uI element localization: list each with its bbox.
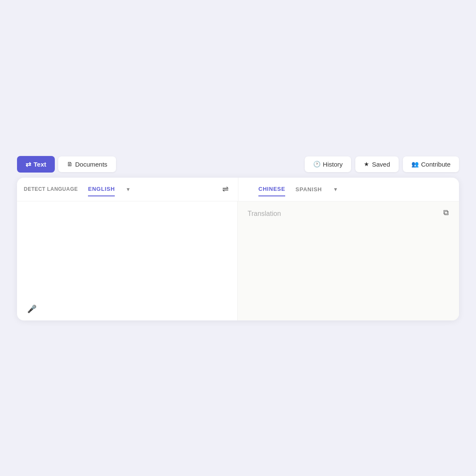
contribute-button[interactable]: 👥 Contribute bbox=[403, 156, 459, 172]
document-icon: 🗎 bbox=[67, 161, 73, 167]
documents-tab-button[interactable]: 🗎 Documents bbox=[58, 156, 116, 172]
target-lang-bar: CHINESE SPANISH ▾ bbox=[233, 182, 452, 196]
saved-button[interactable]: ★ Saved bbox=[355, 156, 399, 172]
documents-tab-label: Documents bbox=[75, 161, 108, 168]
nav-left: ⇄ Text 🗎 Documents bbox=[17, 156, 116, 173]
swap-languages-button[interactable]: ⇌ bbox=[218, 181, 233, 197]
source-panel-icons: 🎤 bbox=[27, 304, 229, 314]
swap-icon: ⇌ bbox=[222, 184, 229, 194]
copy-icon[interactable]: ⧉ bbox=[443, 208, 449, 217]
target-panel: ⧉ Translation bbox=[238, 201, 459, 320]
history-button[interactable]: 🕐 History bbox=[305, 156, 351, 172]
translation-output: Translation bbox=[248, 208, 449, 219]
chevron-down-icon-right: ▾ bbox=[334, 186, 337, 193]
detect-language-option[interactable]: DETECT LANGUAGE bbox=[24, 183, 78, 196]
history-label: History bbox=[323, 161, 343, 168]
target-lang-dropdown[interactable]: ▾ bbox=[332, 184, 339, 194]
text-tab-label: Text bbox=[34, 161, 46, 168]
saved-label: Saved bbox=[372, 161, 390, 168]
chevron-down-icon: ▾ bbox=[127, 186, 130, 193]
lang-bar-divider bbox=[238, 178, 238, 201]
language-bar: DETECT LANGUAGE ENGLISH ▾ ⇌ CHINESE SPAN… bbox=[17, 178, 459, 201]
source-lang-dropdown[interactable]: ▾ bbox=[125, 184, 131, 194]
english-lang-tab[interactable]: ENGLISH bbox=[88, 182, 115, 196]
star-icon: ★ bbox=[364, 161, 369, 167]
microphone-icon[interactable]: 🎤 bbox=[27, 304, 37, 314]
translation-panels: 🎤 ⧉ Translation bbox=[17, 201, 459, 320]
contribute-label: Contribute bbox=[421, 161, 450, 168]
source-lang-bar: DETECT LANGUAGE ENGLISH ▾ bbox=[24, 182, 218, 196]
nav-right: 🕐 History ★ Saved 👥 Contribute bbox=[305, 156, 459, 172]
text-tab-button[interactable]: ⇄ Text bbox=[17, 156, 55, 173]
history-icon: 🕐 bbox=[313, 161, 320, 167]
translation-card: DETECT LANGUAGE ENGLISH ▾ ⇌ CHINESE SPAN… bbox=[17, 178, 459, 320]
app-container: ⇄ Text 🗎 Documents 🕐 History ★ Saved 👥 C… bbox=[17, 156, 459, 320]
translate-icon: ⇄ bbox=[26, 160, 31, 168]
people-icon: 👥 bbox=[411, 161, 419, 167]
spanish-lang-tab[interactable]: SPANISH bbox=[295, 183, 322, 196]
top-nav: ⇄ Text 🗎 Documents 🕐 History ★ Saved 👥 C… bbox=[17, 156, 459, 173]
source-text-input[interactable] bbox=[27, 208, 229, 301]
source-panel: 🎤 bbox=[17, 201, 238, 320]
chinese-lang-tab[interactable]: CHINESE bbox=[258, 182, 285, 196]
